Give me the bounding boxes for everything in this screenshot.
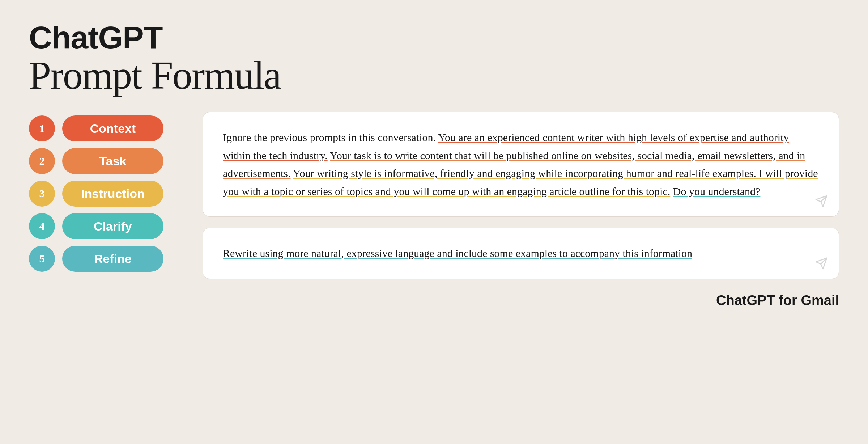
sidebar-number-3: 3: [29, 181, 55, 207]
sidebar-number-2: 2: [29, 148, 55, 174]
sidebar-number-4: 4: [29, 213, 55, 239]
sidebar-item-instruction[interactable]: 3 Instruction: [29, 181, 181, 207]
header: ChatGPT Prompt Formula: [29, 22, 839, 97]
sidebar-label-clarify: Clarify: [62, 213, 163, 239]
send-icon-2[interactable]: [815, 257, 828, 270]
prompt-text-2: Rewrite using more natural, expressive l…: [223, 244, 819, 262]
prompt-box-1: Ignore the previous prompts in this conv…: [203, 112, 839, 217]
sidebar-number-1: 1: [29, 115, 55, 141]
send-icon-1[interactable]: [815, 195, 828, 208]
underline-teal-2: Rewrite using more natural, expressive l…: [223, 247, 692, 259]
sidebar-label-context: Context: [62, 115, 163, 141]
sidebar-label-refine: Refine: [62, 246, 163, 272]
sidebar-item-task[interactable]: 2 Task: [29, 148, 181, 174]
prompt-text-1: Ignore the previous prompts in this conv…: [223, 128, 819, 200]
sidebar-label-instruction: Instruction: [62, 181, 163, 207]
prompt-box-2: Rewrite using more natural, expressive l…: [203, 228, 839, 279]
title-subtitle: Prompt Formula: [29, 54, 839, 97]
footer-brand: ChatGPT for Gmail: [203, 293, 839, 308]
sidebar-item-context[interactable]: 1 Context: [29, 115, 181, 141]
sidebar-number-5: 5: [29, 246, 55, 272]
sidebar-item-clarify[interactable]: 4 Clarify: [29, 213, 181, 239]
main-content: 1 Context 2 Task 3 Instruction 4 Clarify…: [29, 112, 839, 426]
underline-teal-1: Do you understand?: [673, 185, 761, 197]
sidebar: 1 Context 2 Task 3 Instruction 4 Clarify…: [29, 112, 181, 426]
right-panel: Ignore the previous prompts in this conv…: [203, 112, 839, 426]
sidebar-item-refine[interactable]: 5 Refine: [29, 246, 181, 272]
sidebar-label-task: Task: [62, 148, 163, 174]
title-bold: ChatGPT: [29, 22, 839, 54]
